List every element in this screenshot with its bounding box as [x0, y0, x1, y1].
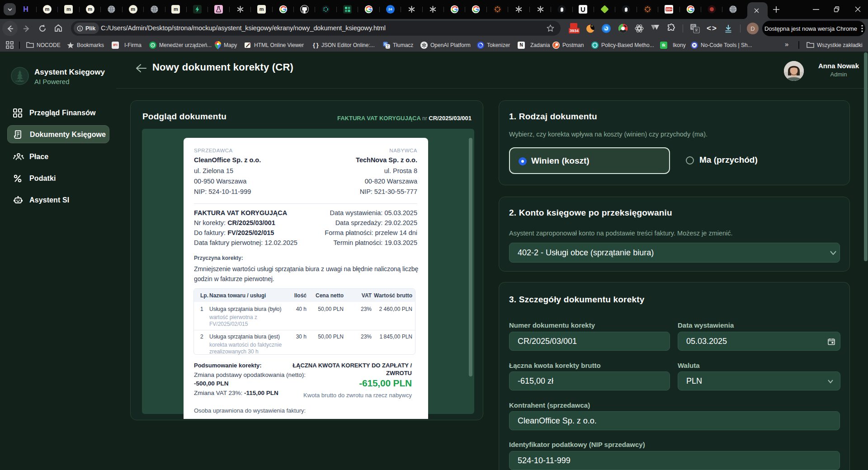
svg-text:100+: 100+	[665, 8, 672, 11]
svg-text:文: 文	[386, 44, 389, 48]
svg-text:COMPANY: COMPANY	[15, 80, 24, 82]
